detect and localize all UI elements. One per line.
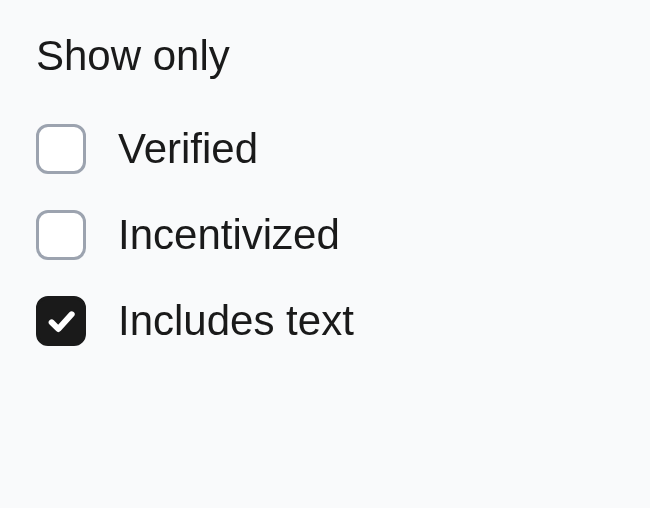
filter-option-verified[interactable]: Verified (36, 124, 614, 174)
filter-option-incentivized[interactable]: Incentivized (36, 210, 614, 260)
checkmark-icon (45, 305, 77, 337)
checkbox-verified[interactable] (36, 124, 86, 174)
filter-option-label: Includes text (118, 297, 354, 345)
checkbox-incentivized[interactable] (36, 210, 86, 260)
filter-heading: Show only (36, 32, 614, 80)
filter-option-label: Verified (118, 125, 258, 173)
checkbox-includes-text[interactable] (36, 296, 86, 346)
filter-option-label: Incentivized (118, 211, 340, 259)
filter-option-includes-text[interactable]: Includes text (36, 296, 614, 346)
